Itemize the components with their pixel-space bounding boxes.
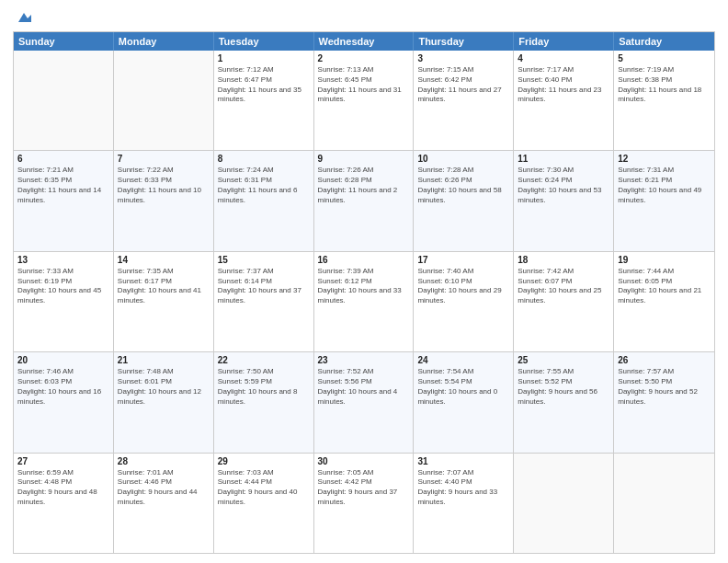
header-day-saturday: Saturday [614, 32, 714, 51]
day-number: 2 [318, 53, 410, 63]
calendar-cell: 19Sunrise: 7:44 AM Sunset: 6:05 PM Dayli… [614, 252, 714, 351]
day-info: Sunrise: 7:37 AM Sunset: 6:14 PM Dayligh… [218, 267, 310, 306]
calendar-row-2: 6Sunrise: 7:21 AM Sunset: 6:35 PM Daylig… [14, 150, 714, 250]
day-number: 13 [17, 255, 109, 265]
day-info: Sunrise: 7:15 AM Sunset: 6:42 PM Dayligh… [417, 65, 509, 105]
day-number: 5 [618, 53, 711, 63]
day-number: 18 [518, 255, 609, 265]
day-number: 21 [118, 355, 210, 365]
calendar-cell [514, 454, 614, 553]
day-info: Sunrise: 7:12 AM Sunset: 6:47 PM Dayligh… [218, 65, 310, 105]
day-info: Sunrise: 7:42 AM Sunset: 6:07 PM Dayligh… [518, 267, 609, 306]
day-info: Sunrise: 7:05 AM Sunset: 4:42 PM Dayligh… [318, 468, 410, 508]
day-number: 4 [518, 53, 609, 63]
day-number: 28 [118, 456, 210, 466]
calendar-cell: 8Sunrise: 7:24 AM Sunset: 6:31 PM Daylig… [214, 151, 314, 250]
day-number: 1 [218, 53, 310, 63]
day-number: 31 [417, 456, 509, 466]
calendar-cell: 2Sunrise: 7:13 AM Sunset: 6:45 PM Daylig… [314, 51, 415, 150]
day-number: 11 [518, 154, 609, 164]
calendar-cell: 3Sunrise: 7:15 AM Sunset: 6:42 PM Daylig… [414, 51, 514, 150]
day-info: Sunrise: 7:44 AM Sunset: 6:05 PM Dayligh… [618, 267, 711, 306]
header-day-wednesday: Wednesday [314, 32, 415, 51]
day-number: 19 [618, 255, 711, 265]
calendar-cell: 12Sunrise: 7:31 AM Sunset: 6:21 PM Dayli… [614, 151, 714, 250]
day-info: Sunrise: 7:30 AM Sunset: 6:24 PM Dayligh… [518, 166, 609, 205]
calendar-cell: 6Sunrise: 7:21 AM Sunset: 6:35 PM Daylig… [14, 151, 114, 250]
calendar-row-1: 1Sunrise: 7:12 AM Sunset: 6:47 PM Daylig… [14, 51, 714, 150]
calendar-cell: 27Sunrise: 6:59 AM Sunset: 4:48 PM Dayli… [14, 454, 114, 553]
page: SundayMondayTuesdayWednesdayThursdayFrid… [0, 0, 728, 563]
day-info: Sunrise: 7:17 AM Sunset: 6:40 PM Dayligh… [518, 65, 609, 105]
day-info: Sunrise: 7:24 AM Sunset: 6:31 PM Dayligh… [218, 166, 310, 205]
day-info: Sunrise: 7:13 AM Sunset: 6:45 PM Dayligh… [318, 65, 410, 105]
calendar-cell: 31Sunrise: 7:07 AM Sunset: 4:40 PM Dayli… [414, 454, 514, 553]
calendar-cell: 25Sunrise: 7:55 AM Sunset: 5:52 PM Dayli… [514, 352, 614, 452]
calendar-cell: 17Sunrise: 7:40 AM Sunset: 6:10 PM Dayli… [414, 252, 514, 351]
calendar-cell: 15Sunrise: 7:37 AM Sunset: 6:14 PM Dayli… [214, 252, 314, 351]
day-info: Sunrise: 7:50 AM Sunset: 5:59 PM Dayligh… [218, 367, 310, 407]
calendar-cell: 21Sunrise: 7:48 AM Sunset: 6:01 PM Dayli… [114, 352, 214, 452]
day-number: 30 [318, 456, 410, 466]
calendar-row-3: 13Sunrise: 7:33 AM Sunset: 6:19 PM Dayli… [14, 251, 714, 351]
day-info: Sunrise: 6:59 AM Sunset: 4:48 PM Dayligh… [17, 468, 109, 508]
day-info: Sunrise: 7:57 AM Sunset: 5:50 PM Dayligh… [618, 367, 711, 407]
calendar-cell: 16Sunrise: 7:39 AM Sunset: 6:12 PM Dayli… [314, 252, 415, 351]
day-info: Sunrise: 7:22 AM Sunset: 6:33 PM Dayligh… [118, 166, 210, 205]
calendar-cell: 5Sunrise: 7:19 AM Sunset: 6:38 PM Daylig… [614, 51, 714, 150]
day-info: Sunrise: 7:46 AM Sunset: 6:03 PM Dayligh… [17, 367, 109, 407]
logo-bird-icon [15, 9, 31, 26]
calendar-cell: 24Sunrise: 7:54 AM Sunset: 5:54 PM Dayli… [414, 352, 514, 452]
day-info: Sunrise: 7:03 AM Sunset: 4:44 PM Dayligh… [218, 468, 310, 508]
day-number: 16 [318, 255, 410, 265]
calendar-cell: 11Sunrise: 7:30 AM Sunset: 6:24 PM Dayli… [514, 151, 614, 250]
day-info: Sunrise: 7:52 AM Sunset: 5:56 PM Dayligh… [318, 367, 410, 407]
day-number: 14 [118, 255, 210, 265]
day-number: 29 [218, 456, 310, 466]
calendar-cell: 7Sunrise: 7:22 AM Sunset: 6:33 PM Daylig… [114, 151, 214, 250]
calendar-cell: 13Sunrise: 7:33 AM Sunset: 6:19 PM Dayli… [14, 252, 114, 351]
calendar-cell: 9Sunrise: 7:26 AM Sunset: 6:28 PM Daylig… [314, 151, 415, 250]
day-info: Sunrise: 7:54 AM Sunset: 5:54 PM Dayligh… [417, 367, 509, 407]
header-day-friday: Friday [514, 32, 614, 51]
header [13, 11, 715, 24]
day-number: 15 [218, 255, 310, 265]
day-info: Sunrise: 7:55 AM Sunset: 5:52 PM Dayligh… [518, 367, 609, 407]
calendar-cell: 4Sunrise: 7:17 AM Sunset: 6:40 PM Daylig… [514, 51, 614, 150]
svg-marker-0 [18, 13, 31, 22]
calendar-cell [114, 51, 214, 150]
calendar-cell: 23Sunrise: 7:52 AM Sunset: 5:56 PM Dayli… [314, 352, 415, 452]
day-number: 17 [417, 255, 509, 265]
day-number: 8 [218, 154, 310, 164]
day-info: Sunrise: 7:35 AM Sunset: 6:17 PM Dayligh… [118, 267, 210, 306]
day-number: 7 [118, 154, 210, 164]
calendar-cell: 22Sunrise: 7:50 AM Sunset: 5:59 PM Dayli… [214, 352, 314, 452]
calendar-row-4: 20Sunrise: 7:46 AM Sunset: 6:03 PM Dayli… [14, 351, 714, 452]
calendar-cell: 14Sunrise: 7:35 AM Sunset: 6:17 PM Dayli… [114, 252, 214, 351]
day-info: Sunrise: 7:48 AM Sunset: 6:01 PM Dayligh… [118, 367, 210, 407]
day-number: 3 [417, 53, 509, 63]
calendar-cell: 28Sunrise: 7:01 AM Sunset: 4:46 PM Dayli… [114, 454, 214, 553]
day-number: 9 [318, 154, 410, 164]
logo [13, 11, 31, 24]
day-number: 25 [518, 355, 609, 365]
calendar-cell: 18Sunrise: 7:42 AM Sunset: 6:07 PM Dayli… [514, 252, 614, 351]
calendar-cell: 30Sunrise: 7:05 AM Sunset: 4:42 PM Dayli… [314, 454, 415, 553]
calendar-row-5: 27Sunrise: 6:59 AM Sunset: 4:48 PM Dayli… [14, 453, 714, 553]
day-info: Sunrise: 7:26 AM Sunset: 6:28 PM Dayligh… [318, 166, 410, 205]
day-info: Sunrise: 7:39 AM Sunset: 6:12 PM Dayligh… [318, 267, 410, 306]
header-day-thursday: Thursday [414, 32, 514, 51]
day-info: Sunrise: 7:19 AM Sunset: 6:38 PM Dayligh… [618, 65, 711, 105]
day-number: 10 [417, 154, 509, 164]
calendar-cell: 10Sunrise: 7:28 AM Sunset: 6:26 PM Dayli… [414, 151, 514, 250]
day-number: 20 [17, 355, 109, 365]
calendar-body: 1Sunrise: 7:12 AM Sunset: 6:47 PM Daylig… [14, 51, 714, 553]
day-number: 24 [417, 355, 509, 365]
day-number: 22 [218, 355, 310, 365]
calendar-cell: 20Sunrise: 7:46 AM Sunset: 6:03 PM Dayli… [14, 352, 114, 452]
day-number: 27 [17, 456, 109, 466]
header-day-monday: Monday [114, 32, 214, 51]
calendar-header: SundayMondayTuesdayWednesdayThursdayFrid… [14, 32, 714, 51]
day-info: Sunrise: 7:31 AM Sunset: 6:21 PM Dayligh… [618, 166, 711, 205]
calendar: SundayMondayTuesdayWednesdayThursdayFrid… [13, 31, 715, 554]
